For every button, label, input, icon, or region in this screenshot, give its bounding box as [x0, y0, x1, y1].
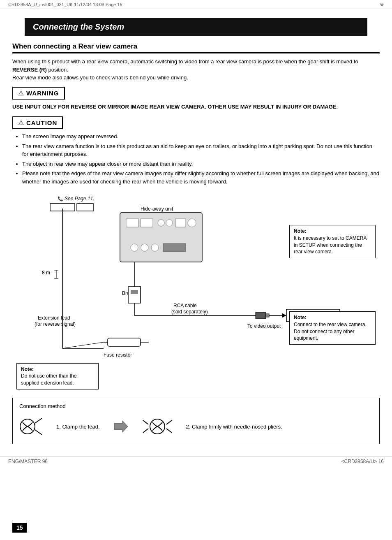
- caution-label: CAUTION: [26, 119, 57, 126]
- connection-method-title: Connection method: [19, 403, 373, 409]
- caution-box: ⚠ CAUTION: [12, 116, 63, 129]
- svg-text:Extension lead: Extension lead: [38, 315, 70, 321]
- svg-rect-20: [131, 290, 138, 294]
- svg-point-13: [131, 244, 138, 251]
- caution-list: The screen image may appear reversed. Th…: [12, 132, 380, 185]
- svg-rect-7: [126, 219, 138, 227]
- svg-point-9: [158, 220, 164, 226]
- svg-rect-11: [175, 219, 186, 227]
- svg-line-50: [143, 429, 148, 433]
- svg-rect-23: [108, 338, 141, 346]
- svg-line-46: [35, 430, 42, 435]
- warning-icon: ⚠: [18, 89, 24, 97]
- note3-text: Do not use other than the supplied exten…: [21, 373, 94, 387]
- connection-method-steps: 1. Clamp the lead. 2. Clamp firmly with …: [19, 414, 373, 439]
- svg-marker-47: [114, 421, 128, 432]
- svg-line-26: [62, 342, 104, 348]
- bold-reverse: REVERSE (R): [12, 67, 47, 73]
- note1-title: Note:: [294, 228, 371, 235]
- note3-title: Note:: [21, 366, 94, 373]
- svg-rect-8: [141, 219, 153, 227]
- svg-line-45: [35, 418, 42, 423]
- svg-point-12: [188, 219, 196, 227]
- note1-text: It is necessary to set to CAMERA in SETU…: [294, 235, 371, 255]
- svg-rect-3: [77, 204, 93, 211]
- svg-text:8 m: 8 m: [42, 270, 50, 276]
- note-box-3: Note: Do not use other than the supplied…: [16, 363, 99, 389]
- svg-text:See Page 11.: See Page 11.: [65, 196, 95, 202]
- caution-icon: ⚠: [18, 119, 24, 127]
- footer-left: ENG/MASTER 96: [8, 459, 48, 464]
- svg-point-14: [141, 244, 148, 251]
- header-decorative: ⊕: [380, 2, 384, 7]
- caution-item-4: Please note that the edges of the rear v…: [22, 169, 380, 185]
- footer-bar: ENG/MASTER 96 <CRD3958A/U> 16: [0, 457, 392, 466]
- warning-label: WARNING: [26, 90, 59, 97]
- step1-icon: [19, 414, 44, 439]
- svg-line-51: [166, 420, 172, 424]
- caution-item-3: The object in rear view may appear close…: [22, 160, 380, 168]
- header-bar: CRD3958A_U_inst001_031_UK 11/12/04 13:09…: [0, 0, 392, 9]
- note-box-1: Note: It is necessary to set to CAMERA i…: [289, 225, 376, 258]
- note2-text: Connect to the rear view camera. Do not …: [294, 321, 371, 342]
- step2-text: 2. Clamp firmly with needle-nosed pliers…: [186, 424, 282, 430]
- step2-icon: [141, 414, 174, 439]
- svg-rect-16: [163, 243, 186, 252]
- svg-point-15: [151, 244, 159, 251]
- footer-right: <CRD3958A/U> 16: [341, 459, 384, 464]
- page-title: Connecting the System: [25, 18, 367, 36]
- svg-marker-36: [282, 313, 286, 318]
- section-heading: When connecting a Rear view camera: [12, 42, 380, 53]
- svg-rect-34: [266, 314, 269, 317]
- hide-away-label: Hide-away unit: [141, 206, 173, 212]
- svg-rect-19: [128, 287, 141, 303]
- svg-text:RCA cable: RCA cable: [173, 303, 197, 308]
- svg-text:(for reverse signal): (for reverse signal): [35, 321, 76, 327]
- warning-box: ⚠ WARNING: [12, 87, 65, 100]
- arrow-icon: [112, 418, 129, 435]
- connection-method-box: Connection method 1. Clamp the lead.: [12, 398, 380, 444]
- svg-text:📞: 📞: [58, 196, 63, 202]
- intro-text: When using this product with a rear view…: [12, 58, 380, 82]
- svg-text:Fuse resistor: Fuse resistor: [104, 352, 132, 358]
- page-number: 15: [12, 523, 27, 533]
- note-box-2: Note: Connect to the rear view camera. D…: [289, 311, 376, 345]
- warning-text: USE INPUT ONLY FOR REVERSE OR MIRROR IMA…: [12, 103, 380, 111]
- svg-line-49: [143, 420, 148, 424]
- note2-title: Note:: [294, 314, 371, 321]
- caution-item-1: The screen image may appear reversed.: [22, 132, 380, 141]
- svg-line-52: [166, 429, 172, 433]
- svg-text:To video output: To video output: [247, 323, 281, 329]
- file-info: CRD3958A_U_inst001_031_UK 11/12/04 13:09…: [8, 2, 122, 7]
- svg-point-10: [166, 220, 173, 226]
- svg-text:(sold separately): (sold separately): [171, 309, 208, 315]
- diagram-area: 📞 See Page 11. Hide-away unit Brown: [12, 192, 380, 394]
- caution-item-2: The rear view camera function is to use …: [22, 142, 380, 158]
- svg-rect-33: [256, 312, 266, 319]
- step1-text: 1. Clamp the lead.: [56, 424, 100, 430]
